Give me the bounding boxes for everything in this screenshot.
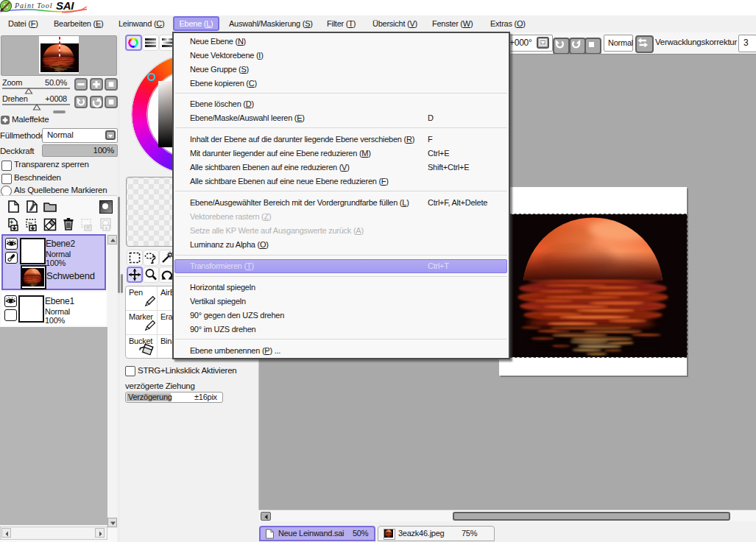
svg-text:SAI: SAI: [56, 0, 74, 12]
svg-text:Paint Tool: Paint Tool: [14, 1, 53, 10]
